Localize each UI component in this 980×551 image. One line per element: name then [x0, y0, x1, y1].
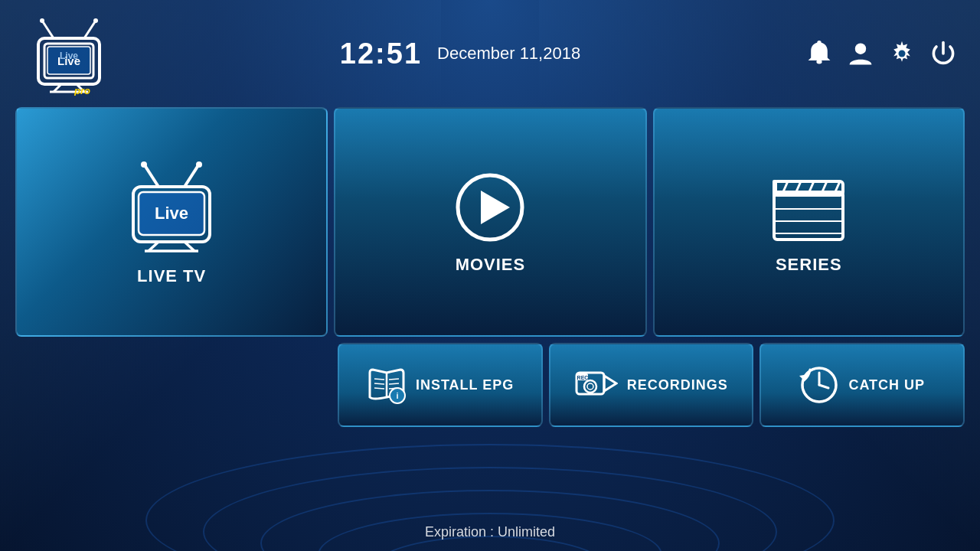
svg-text:pro: pro [74, 85, 90, 96]
live-tv-icon: Live [122, 158, 221, 257]
header-center: 12:51 December 11,2018 [115, 37, 805, 70]
svg-text:Live: Live [57, 54, 80, 67]
expiration-value: Expiration : Unlimited [425, 524, 555, 540]
time-display: 12:51 [340, 37, 422, 70]
svg-line-44 [374, 388, 384, 389]
series-icon [766, 169, 851, 246]
svg-line-19 [185, 165, 198, 187]
live-tv-label: LIVE TV [137, 266, 206, 286]
etnotv-logo: Live Live pro [23, 11, 115, 96]
svg-point-54 [587, 383, 593, 390]
svg-line-46 [389, 383, 399, 384]
catch-up-label: CATCH UP [848, 377, 925, 393]
bottom-row: i INSTALL EPG REC RECORDIN [338, 343, 965, 427]
svg-point-4 [40, 18, 44, 23]
svg-marker-29 [481, 191, 510, 224]
recordings-icon: REC [575, 365, 618, 405]
svg-rect-30 [774, 192, 843, 240]
svg-point-14 [817, 41, 821, 44]
user-icon[interactable] [847, 40, 874, 67]
install-epg-icon: i [367, 365, 407, 405]
svg-text:i: i [396, 391, 398, 400]
live-tv-tile[interactable]: Live LIVE TV [15, 107, 328, 337]
expiration-text: Expiration : Unlimited [0, 514, 980, 551]
date-display: December 11,2018 [437, 44, 580, 64]
svg-text:Live: Live [155, 204, 188, 223]
svg-point-15 [855, 44, 866, 54]
svg-line-3 [84, 21, 96, 38]
svg-line-58 [819, 385, 828, 388]
svg-rect-37 [773, 180, 777, 197]
recordings-tile[interactable]: REC RECORDINGS [549, 343, 754, 427]
svg-line-2 [42, 21, 54, 38]
catch-up-icon [799, 365, 839, 405]
svg-line-43 [374, 383, 384, 384]
svg-point-20 [141, 161, 147, 168]
svg-line-45 [389, 379, 399, 380]
series-tile[interactable]: SERIES [653, 107, 965, 337]
catch-up-tile[interactable]: CATCH UP [760, 343, 965, 427]
svg-point-13 [816, 60, 822, 64]
power-icon[interactable] [929, 40, 957, 67]
movies-icon [452, 169, 528, 246]
svg-marker-55 [604, 376, 616, 391]
header-icons [805, 40, 957, 67]
svg-text:REC: REC [577, 375, 588, 380]
series-label: SERIES [776, 255, 842, 275]
install-epg-tile[interactable]: i INSTALL EPG [338, 343, 543, 427]
svg-line-18 [145, 165, 158, 187]
main-content: Live LIVE TV MOVIES [0, 107, 980, 514]
movies-label: MOVIES [456, 255, 526, 275]
recordings-label: RECORDINGS [627, 377, 728, 393]
movies-tile[interactable]: MOVIES [334, 107, 646, 337]
top-row: Live LIVE TV MOVIES [15, 107, 965, 337]
svg-point-53 [584, 380, 596, 393]
svg-line-42 [374, 379, 384, 380]
install-epg-label: INSTALL EPG [416, 377, 514, 393]
logo-area: Live Live pro [23, 11, 115, 96]
notification-icon[interactable] [805, 40, 833, 67]
svg-point-5 [93, 18, 98, 23]
header: Live Live pro 12:51 December 11,2018 [0, 0, 980, 107]
settings-icon[interactable] [888, 40, 916, 67]
svg-point-21 [196, 161, 202, 168]
svg-point-17 [899, 51, 906, 57]
